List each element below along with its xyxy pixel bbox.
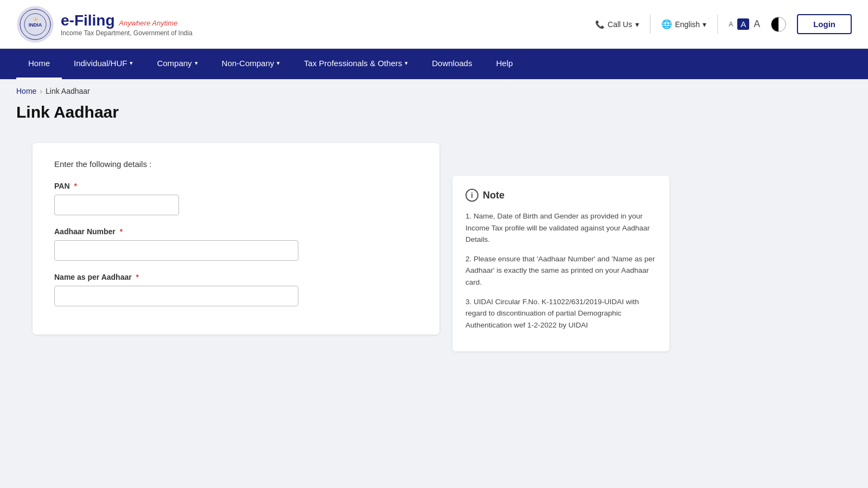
anywhere-label: Anywhere Anytime bbox=[119, 19, 177, 27]
efiling-label: e-Filing bbox=[61, 12, 115, 29]
breadcrumb-current: Link Aadhaar bbox=[46, 87, 90, 95]
header-divider-2 bbox=[717, 15, 718, 34]
main-content: Enter the following details : PAN * Aadh… bbox=[16, 132, 852, 356]
note-card: i Note 1. Name, Date of Birth and Gender… bbox=[452, 176, 669, 351]
link-aadhaar-form-card: Enter the following details : PAN * Aadh… bbox=[33, 143, 439, 335]
pan-input[interactable] bbox=[54, 195, 179, 215]
nav-label-downloads: Downloads bbox=[432, 59, 472, 68]
font-large-button[interactable]: A bbox=[754, 18, 760, 30]
globe-icon: 🌐 bbox=[661, 19, 672, 29]
nav-label-company: Company bbox=[157, 59, 192, 68]
note-item-3: 3. UIDAI Circular F.No. K-11022/631/2019… bbox=[465, 296, 656, 331]
nav-item-taxprofessionals[interactable]: Tax Professionals & Others ▾ bbox=[292, 49, 420, 79]
main-navbar: Home Individual/HUF ▾ Company ▾ Non-Comp… bbox=[0, 49, 868, 79]
aadhaar-label: Aadhaar Number * bbox=[54, 227, 418, 236]
note-item-1: 1. Name, Date of Birth and Gender as pro… bbox=[465, 210, 656, 246]
call-us-button[interactable]: 📞 Call Us ▾ bbox=[595, 20, 639, 29]
logo-section: INDIA 🔱 e-Filing Anywhere Anytime Income… bbox=[16, 5, 193, 43]
nav-label-taxprofessionals: Tax Professionals & Others bbox=[304, 59, 402, 68]
name-input[interactable] bbox=[54, 286, 298, 306]
form-intro-text: Enter the following details : bbox=[54, 159, 418, 169]
page-title: Link Aadhaar bbox=[16, 103, 852, 121]
language-label: English bbox=[675, 20, 700, 29]
name-required-marker: * bbox=[136, 273, 139, 281]
aadhaar-required-marker: * bbox=[120, 227, 123, 236]
nav-item-individual[interactable]: Individual/HUF ▾ bbox=[62, 49, 145, 79]
name-label-text: Name as per Aadhaar bbox=[54, 273, 132, 281]
aadhaar-label-text: Aadhaar Number bbox=[54, 227, 116, 236]
language-chevron: ▾ bbox=[703, 20, 706, 29]
pan-label-text: PAN bbox=[54, 182, 70, 190]
breadcrumb-home-link[interactable]: Home bbox=[16, 87, 36, 95]
call-us-chevron: ▾ bbox=[635, 20, 639, 29]
contrast-toggle-button[interactable] bbox=[771, 17, 786, 32]
nav-label-help: Help bbox=[496, 59, 513, 68]
nav-item-help[interactable]: Help bbox=[484, 49, 525, 79]
header-divider-1 bbox=[650, 15, 650, 34]
language-selector[interactable]: 🌐 English ▾ bbox=[661, 19, 706, 29]
logo-efiling-text: e-Filing Anywhere Anytime bbox=[61, 12, 193, 29]
page-content-wrapper: Link Aadhaar Enter the following details… bbox=[0, 103, 868, 356]
nav-item-downloads[interactable]: Downloads bbox=[420, 49, 484, 79]
svg-text:🔱: 🔱 bbox=[33, 16, 38, 21]
logo-text: e-Filing Anywhere Anytime Income Tax Dep… bbox=[61, 12, 193, 37]
login-button[interactable]: Login bbox=[797, 14, 852, 34]
emblem-icon: INDIA 🔱 bbox=[16, 5, 54, 43]
font-size-controls: A A A bbox=[729, 18, 760, 30]
nav-label-home: Home bbox=[28, 59, 50, 68]
pan-form-group: PAN * bbox=[54, 182, 418, 215]
aadhaar-form-group: Aadhaar Number * bbox=[54, 227, 418, 261]
pan-label: PAN * bbox=[54, 182, 418, 190]
breadcrumb: Home › Link Aadhaar bbox=[0, 79, 868, 103]
note-item-2: 2. Please ensure that 'Aadhaar Number' a… bbox=[465, 253, 656, 288]
nav-chevron-individual: ▾ bbox=[130, 60, 133, 67]
font-small-button[interactable]: A bbox=[729, 21, 733, 28]
nav-chevron-company: ▾ bbox=[195, 60, 198, 67]
logo-subtitle: Income Tax Department, Government of Ind… bbox=[61, 29, 193, 37]
note-title: Note bbox=[483, 190, 505, 201]
nav-chevron-taxprofessionals: ▾ bbox=[405, 60, 408, 67]
header-controls: 📞 Call Us ▾ 🌐 English ▾ A A A Login bbox=[595, 14, 852, 34]
name-label: Name as per Aadhaar * bbox=[54, 273, 418, 281]
nav-label-noncompany: Non-Company bbox=[222, 59, 275, 68]
name-form-group: Name as per Aadhaar * bbox=[54, 273, 418, 306]
nav-item-home[interactable]: Home bbox=[16, 49, 62, 79]
site-header: INDIA 🔱 e-Filing Anywhere Anytime Income… bbox=[0, 0, 868, 49]
note-header: i Note bbox=[465, 189, 656, 202]
info-icon: i bbox=[465, 189, 478, 202]
aadhaar-input[interactable] bbox=[54, 240, 298, 261]
call-us-label: Call Us bbox=[608, 20, 632, 29]
phone-icon: 📞 bbox=[595, 20, 604, 29]
nav-item-company[interactable]: Company ▾ bbox=[145, 49, 209, 79]
breadcrumb-separator: › bbox=[40, 87, 42, 95]
font-medium-button[interactable]: A bbox=[737, 18, 749, 30]
pan-required-marker: * bbox=[74, 182, 76, 190]
nav-label-individual: Individual/HUF bbox=[74, 59, 127, 68]
nav-chevron-noncompany: ▾ bbox=[277, 60, 280, 67]
svg-text:INDIA: INDIA bbox=[29, 22, 42, 28]
nav-item-noncompany[interactable]: Non-Company ▾ bbox=[210, 49, 292, 79]
